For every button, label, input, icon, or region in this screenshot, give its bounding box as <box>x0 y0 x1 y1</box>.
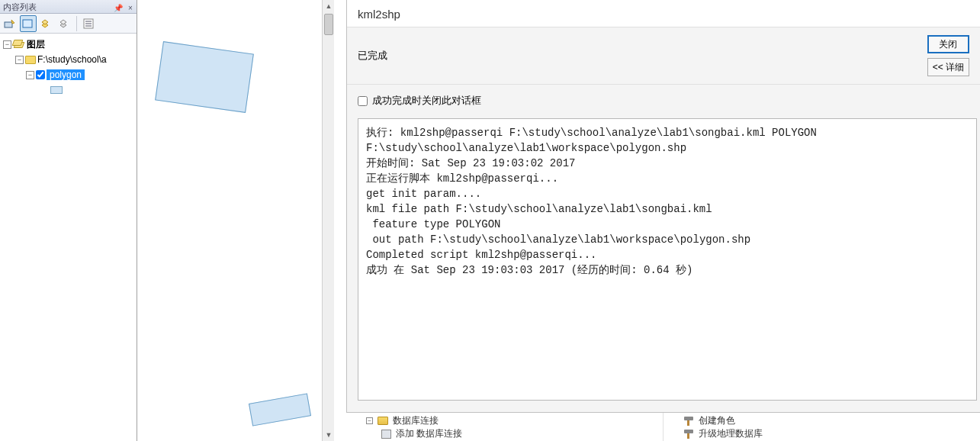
catalog-create-role[interactable]: 创建角色 <box>683 414 980 427</box>
toc-title-text: 内容列表 <box>3 2 37 11</box>
folder-label: F:\study\school\a <box>37 54 107 65</box>
catalog-label: 添加 数据库连接 <box>396 427 462 440</box>
tree-layer-polygon[interactable]: − polygon <box>2 67 137 82</box>
svg-rect-1 <box>23 20 32 27</box>
polygon-feature[interactable] <box>249 393 311 426</box>
hammer-icon <box>683 416 694 427</box>
collapse-icon[interactable]: − <box>3 40 11 49</box>
polygon-symbol-icon[interactable] <box>50 86 63 94</box>
catalog-add-db-connection[interactable]: 添加 数据库连接 <box>366 427 663 440</box>
options-button[interactable] <box>80 15 97 32</box>
catalog-upgrade-geodb[interactable]: 升级地理数据库 <box>683 427 980 440</box>
server-icon <box>381 430 391 439</box>
list-by-selection-button[interactable] <box>56 15 73 32</box>
dialog-status-row: 已完成 关闭 << 详细 <box>347 27 980 85</box>
details-button[interactable]: << 详细 <box>927 58 969 76</box>
catalog-label: 创建角色 <box>699 414 735 427</box>
database-icon <box>378 417 388 425</box>
close-on-success-row: 成功完成时关闭此对话框 <box>347 85 980 114</box>
layers-icon <box>13 40 25 49</box>
map-vertical-scrollbar[interactable]: ▲ ▼ <box>322 0 334 441</box>
pin-icon[interactable]: 📌 <box>114 2 123 11</box>
close-on-success-checkbox[interactable] <box>358 96 368 106</box>
tree-root-layers[interactable]: − 图层 <box>2 37 137 52</box>
catalog-panel: − 数据库连接 添加 数据库连接 创建角色 升级地理数据库 <box>346 412 980 441</box>
svg-rect-0 <box>5 22 12 27</box>
catalog-label: 数据库连接 <box>393 414 439 427</box>
dialog-title: kml2shp <box>347 0 980 27</box>
scroll-up-icon[interactable]: ▲ <box>323 0 335 12</box>
expand-icon[interactable]: − <box>366 417 373 424</box>
root-label: 图层 <box>27 38 45 51</box>
close-on-success-label: 成功完成时关闭此对话框 <box>372 94 481 108</box>
catalog-col-left: − 数据库连接 添加 数据库连接 <box>346 413 663 441</box>
layer-visibility-checkbox[interactable] <box>36 70 45 79</box>
folder-icon <box>25 56 36 64</box>
catalog-db-connections[interactable]: − 数据库连接 <box>366 414 663 427</box>
scroll-thumb[interactable] <box>324 14 333 35</box>
scroll-down-icon[interactable]: ▼ <box>323 429 335 441</box>
catalog-col-right: 创建角色 升级地理数据库 <box>663 413 980 441</box>
toc-title-bar: 内容列表 📌 × <box>0 0 137 14</box>
hammer-icon <box>683 429 694 439</box>
log-output[interactable]: 执行: kml2shp@passerqi F:\study\school\ana… <box>358 118 977 401</box>
toc-panel: 内容列表 📌 × − 图层 − F:\study\scho <box>0 0 137 441</box>
polygon-feature[interactable] <box>155 41 254 113</box>
tree-folder[interactable]: − F:\study\school\a <box>2 52 137 67</box>
collapse-icon[interactable]: − <box>26 71 34 79</box>
dialog-status-text: 已完成 <box>358 49 387 63</box>
toc-tree: − 图层 − F:\study\school\a − polygon <box>0 34 137 98</box>
map-canvas[interactable]: ▲ ▼ <box>137 0 334 441</box>
tree-symbol[interactable] <box>2 82 137 98</box>
list-by-visibility-button[interactable] <box>38 15 55 32</box>
list-by-drawing-order-button[interactable] <box>2 15 18 32</box>
close-icon[interactable]: × <box>126 2 135 11</box>
collapse-icon[interactable]: − <box>15 56 24 64</box>
toc-toolbar <box>0 14 137 34</box>
close-button[interactable]: 关闭 <box>927 35 969 53</box>
list-by-source-button[interactable] <box>20 15 37 32</box>
catalog-label: 升级地理数据库 <box>699 427 763 440</box>
layer-label: polygon <box>47 69 85 80</box>
geoprocessing-result-dialog: kml2shp 已完成 关闭 << 详细 成功完成时关闭此对话框 执行: kml… <box>346 0 980 412</box>
